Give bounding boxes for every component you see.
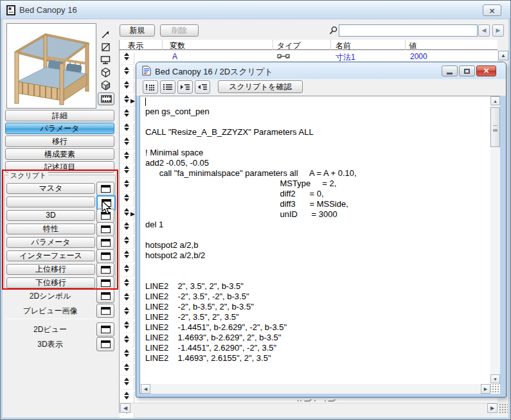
- script-code[interactable]: pen gs_cont_pen CALL "Resize_A_B_ZZYZX" …: [141, 96, 489, 383]
- up-triangle-icon: [124, 392, 129, 395]
- script-close-button[interactable]: ✕: [476, 66, 496, 76]
- param-row-handle[interactable]: [120, 349, 134, 362]
- search-next-button[interactable]: ▶: [492, 24, 504, 37]
- line-numbers-icon[interactable]: [160, 80, 175, 94]
- script-scroll-up-button[interactable]: ▲: [490, 96, 500, 105]
- open-window-button[interactable]: [96, 304, 114, 318]
- main-scroll-right-button[interactable]: ▶: [487, 403, 498, 413]
- parameter-row[interactable]: A 寸法1 2000: [120, 51, 498, 62]
- nav-button-構成要素[interactable]: 構成要素: [5, 148, 114, 160]
- main-titlebar[interactable]: [1, 1, 510, 19]
- restore-button[interactable]: [459, 66, 475, 76]
- open-window-button[interactable]: [96, 322, 114, 337]
- open-window-button[interactable]: [96, 182, 114, 196]
- wireframe-cube-icon[interactable]: [98, 67, 113, 78]
- dimension-type-icon: [277, 53, 290, 60]
- param-row-handle[interactable]: ▶: [120, 208, 134, 220]
- indent-icon[interactable]: [177, 80, 193, 94]
- up-triangle-icon: [124, 335, 129, 338]
- open-window-button[interactable]: [96, 263, 114, 277]
- param-row-handle[interactable]: [120, 194, 134, 206]
- up-triangle-icon: [124, 307, 129, 310]
- param-row-handle[interactable]: [120, 137, 134, 150]
- code-line: del 1: [141, 220, 489, 230]
- param-row-handle[interactable]: [120, 378, 134, 390]
- delete-button[interactable]: 削除: [160, 24, 199, 37]
- param-row-handle[interactable]: [120, 363, 134, 376]
- check-script-button[interactable]: スクリプトを確認: [218, 80, 303, 93]
- main-resize-grip[interactable]: [499, 403, 508, 413]
- param-row-handle[interactable]: [120, 123, 134, 136]
- script-button-blank[interactable]: [6, 197, 95, 207]
- script-button-特性[interactable]: 特性: [6, 223, 95, 234]
- script-scrollbar-thumb[interactable]: [490, 107, 500, 147]
- down-triangle-icon: [124, 368, 129, 371]
- code-line: LINE2 1.4693", 2.6155", 2", 3.5": [141, 353, 489, 363]
- param-row-handle[interactable]: [120, 265, 134, 277]
- param-value[interactable]: 2000: [410, 52, 427, 61]
- check-script-icon[interactable]: !: [143, 80, 158, 94]
- view-items: 2Dビュー3D表示: [5, 322, 114, 352]
- minimize-button[interactable]: [442, 66, 458, 76]
- search-prev-button[interactable]: ◀: [478, 24, 490, 37]
- script-resize-grip[interactable]: [490, 384, 500, 394]
- script-button-マスタ[interactable]: マスタ: [6, 183, 95, 194]
- script-scroll-down-button[interactable]: ▼: [490, 374, 500, 383]
- script-scroll-right-button[interactable]: ▶: [481, 384, 490, 394]
- open-window-button[interactable]: [96, 222, 114, 236]
- script-window-title: Bed Canopy 16 / 2Dスクリプト: [155, 66, 273, 78]
- open-window-button[interactable]: [96, 276, 114, 290]
- param-row-handle[interactable]: [120, 250, 134, 263]
- script-button-インターフェース[interactable]: インターフェース: [6, 250, 95, 261]
- param-row-handle[interactable]: [120, 335, 134, 347]
- outdent-icon[interactable]: [195, 80, 210, 94]
- script-button-下位移行[interactable]: 下位移行: [6, 277, 95, 288]
- no-preview-icon[interactable]: [98, 41, 113, 53]
- script-scroll-left-button[interactable]: ◀: [141, 384, 150, 394]
- code-line: LINE2 1.4693", b-2.629", 2", b-3.5": [141, 333, 489, 343]
- code-line: hotspot2 a/2,b: [141, 240, 489, 250]
- param-row-handle[interactable]: [120, 279, 134, 291]
- window-glyph-icon: [101, 279, 111, 287]
- open-window-button[interactable]: [96, 337, 114, 351]
- new-button[interactable]: 新規: [120, 24, 155, 37]
- param-row-handle[interactable]: [120, 321, 134, 333]
- open-window-button[interactable]: [96, 289, 114, 303]
- nav-button-詳細[interactable]: 詳細: [5, 110, 114, 121]
- param-variable[interactable]: A: [172, 52, 177, 61]
- close-button[interactable]: ✕: [483, 4, 501, 16]
- open-window-button[interactable]: [96, 209, 114, 223]
- scroll-up-button[interactable]: ▲: [498, 51, 508, 60]
- param-row-handle[interactable]: [120, 180, 134, 192]
- script-button-3D[interactable]: 3D: [6, 210, 95, 221]
- param-row-handle[interactable]: [120, 236, 134, 249]
- script-button-パラメータ[interactable]: パラメータ: [6, 237, 95, 248]
- param-row-handle[interactable]: [120, 222, 134, 234]
- window-glyph-icon: [101, 252, 111, 260]
- param-row-handle[interactable]: [120, 109, 134, 121]
- param-row-handle[interactable]: ▶: [120, 95, 134, 107]
- param-row-handle[interactable]: [120, 307, 134, 319]
- search-input[interactable]: [339, 24, 478, 37]
- open-window-button[interactable]: [96, 249, 114, 263]
- param-row-handle[interactable]: [120, 81, 134, 93]
- 2d-symbol-icon[interactable]: [98, 28, 113, 40]
- code-line: LINE2 -2", 3.5", -2", b-3.5": [141, 292, 489, 302]
- nav-button-移行[interactable]: 移行: [5, 136, 114, 147]
- main-scroll-left-button[interactable]: ◀: [120, 403, 130, 413]
- shaded-cube-icon[interactable]: [98, 80, 113, 91]
- down-triangle-icon: [124, 128, 129, 131]
- main-horizontal-scrollbar[interactable]: [120, 403, 498, 413]
- film-icon[interactable]: [98, 92, 114, 105]
- monitor-icon[interactable]: [98, 54, 113, 66]
- script-horizontal-scrollbar[interactable]: [141, 384, 490, 394]
- down-triangle-icon: [124, 354, 129, 357]
- open-window-button[interactable]: [96, 236, 114, 250]
- param-row-handle[interactable]: [120, 53, 134, 65]
- script-button-上位移行[interactable]: 上位移行: [6, 264, 95, 275]
- nav-button-パラメータ[interactable]: パラメータ: [5, 123, 114, 134]
- param-row-handle[interactable]: [120, 67, 134, 79]
- param-row-handle[interactable]: [120, 166, 134, 178]
- param-row-handle[interactable]: [120, 152, 134, 164]
- param-row-handle[interactable]: [120, 293, 134, 305]
